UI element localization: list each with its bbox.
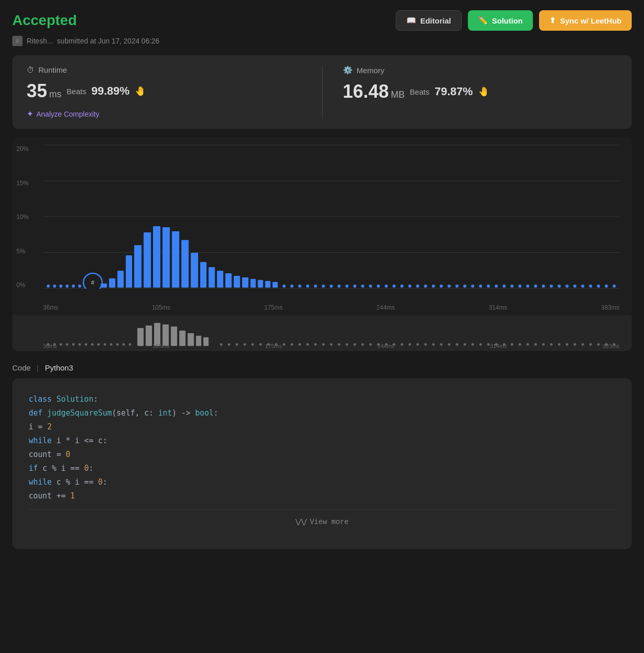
svg-point-4 <box>72 285 75 288</box>
svg-rect-28 <box>265 281 270 288</box>
svg-point-71 <box>605 285 608 288</box>
svg-rect-20 <box>200 262 206 288</box>
svg-rect-18 <box>181 240 188 288</box>
runtime-value: 35ms <box>27 80 61 102</box>
x-label-314ms: 314ms <box>489 304 507 311</box>
y-label-20: 20% <box>16 145 29 153</box>
chart-x-labels: 36ms 105ms 175ms 244ms 314ms 383ms <box>12 301 632 315</box>
svg-point-1 <box>53 285 56 288</box>
y-label-15: 15% <box>16 180 29 187</box>
svg-point-67 <box>573 285 576 288</box>
header-row: Accepted 📖 Editorial ✏️ Solution ⬆ Sync … <box>12 10 632 31</box>
svg-rect-11 <box>117 271 123 288</box>
svg-rect-26 <box>250 279 255 288</box>
svg-point-47 <box>416 285 419 288</box>
book-icon: 📖 <box>406 16 416 25</box>
username: Ritesh... <box>27 37 53 45</box>
code-line-3: i = 2 <box>29 420 615 434</box>
stats-divider <box>322 66 323 119</box>
svg-point-55 <box>479 285 482 288</box>
memory-beats-pct: 79.87% <box>435 85 473 98</box>
chart-y-labels: 0% 5% 10% 15% 20% <box>16 145 29 289</box>
svg-point-0 <box>47 285 50 288</box>
submitted-row: # Ritesh... submitted at Jun 17, 2024 06… <box>12 36 632 46</box>
memory-label: ⚙️ Memory <box>343 66 618 75</box>
accepted-title: Accepted <box>12 12 77 29</box>
svg-rect-21 <box>208 267 214 288</box>
svg-point-50 <box>440 285 443 288</box>
code-language: Python3 <box>45 363 73 372</box>
svg-point-62 <box>534 285 537 288</box>
svg-point-32 <box>298 285 302 288</box>
stats-card: ⏱ Runtime 35ms Beats 99.89% 🤚 ✦ Analyze … <box>12 55 632 129</box>
svg-point-35 <box>322 285 325 288</box>
code-line-6: if c % i == 0: <box>29 462 615 475</box>
view-more-button[interactable]: ⋁⋁ View more <box>29 509 615 535</box>
svg-rect-23 <box>225 273 231 288</box>
code-section: Code | Python3 class Solution: def judge… <box>12 363 632 549</box>
svg-rect-19 <box>191 253 198 288</box>
svg-point-45 <box>400 285 403 288</box>
code-header: Code | Python3 <box>12 363 632 372</box>
chart-wrapper: 0% 5% 10% 15% 20% <box>12 137 632 351</box>
svg-point-54 <box>471 285 474 288</box>
x-label-36ms: 36ms <box>43 304 58 311</box>
sync-button[interactable]: ⬆ Sync w/ LeetHub <box>539 10 632 31</box>
mini-x-383ms: 383ms <box>603 343 619 349</box>
svg-point-46 <box>408 285 411 288</box>
chart-area: 0% 5% 10% 15% 20% <box>12 137 632 301</box>
svg-point-5 <box>78 285 81 288</box>
runtime-beats-row: 35ms Beats 99.89% 🤚 <box>27 80 302 102</box>
svg-point-51 <box>447 285 450 288</box>
svg-point-37 <box>337 285 340 288</box>
code-line-7: while c % i == 0: <box>29 475 615 489</box>
svg-point-53 <box>463 285 466 288</box>
code-header-label: Code <box>12 363 31 372</box>
edit-icon: ✏️ <box>478 16 488 25</box>
editorial-button[interactable]: 📖 Editorial <box>396 10 462 31</box>
memory-beats-row: 16.48MB Beats 79.87% 🤚 <box>343 81 618 102</box>
mini-x-labels: 36ms 105ms 175ms 244ms 314ms 383ms <box>43 343 619 349</box>
svg-rect-9 <box>101 284 107 288</box>
memory-beats-label: Beats <box>410 88 430 96</box>
svg-rect-25 <box>242 277 248 288</box>
mini-x-105ms: 105ms <box>153 343 169 349</box>
svg-point-64 <box>550 285 553 288</box>
svg-point-52 <box>456 285 459 288</box>
x-label-383ms: 383ms <box>601 304 619 311</box>
memory-value: 16.48MB <box>343 81 405 102</box>
avatar: # <box>12 36 23 46</box>
svg-point-56 <box>487 285 490 288</box>
svg-point-42 <box>377 285 380 288</box>
runtime-wave: 🤚 <box>135 85 146 97</box>
svg-rect-17 <box>172 231 179 288</box>
x-label-175ms: 175ms <box>264 304 283 311</box>
gear-icon: ⚙️ <box>343 66 353 75</box>
svg-point-36 <box>330 285 333 288</box>
chevron-down-icon: ⋁⋁ <box>295 516 307 529</box>
header-buttons: 📖 Editorial ✏️ Solution ⬆ Sync w/ LeetHu… <box>396 10 632 31</box>
svg-point-40 <box>361 285 364 288</box>
svg-point-44 <box>393 285 396 288</box>
svg-point-33 <box>306 285 309 288</box>
memory-section: ⚙️ Memory 16.48MB Beats 79.87% 🤚 <box>343 66 618 119</box>
chart-svg: # <box>43 145 619 289</box>
svg-rect-14 <box>144 232 151 288</box>
upload-icon: ⬆ <box>549 16 556 25</box>
solution-button[interactable]: ✏️ Solution <box>468 10 533 31</box>
svg-rect-22 <box>217 271 223 288</box>
svg-rect-24 <box>234 276 240 288</box>
code-line-5: count = 0 <box>29 448 615 462</box>
svg-point-60 <box>518 285 521 288</box>
svg-point-41 <box>369 285 372 288</box>
svg-rect-10 <box>109 278 115 288</box>
svg-point-30 <box>283 285 286 288</box>
runtime-section: ⏱ Runtime 35ms Beats 99.89% 🤚 ✦ Analyze … <box>27 66 302 119</box>
svg-point-59 <box>510 285 513 288</box>
runtime-beats-label: Beats <box>67 87 86 96</box>
svg-rect-27 <box>258 280 263 288</box>
code-line-2: def judgeSquareSum(self, c: int) -> bool… <box>29 406 615 420</box>
runtime-label: ⏱ Runtime <box>27 66 302 74</box>
code-line-1: class Solution: <box>29 393 615 406</box>
analyze-complexity-link[interactable]: ✦ Analyze Complexity <box>27 109 302 119</box>
